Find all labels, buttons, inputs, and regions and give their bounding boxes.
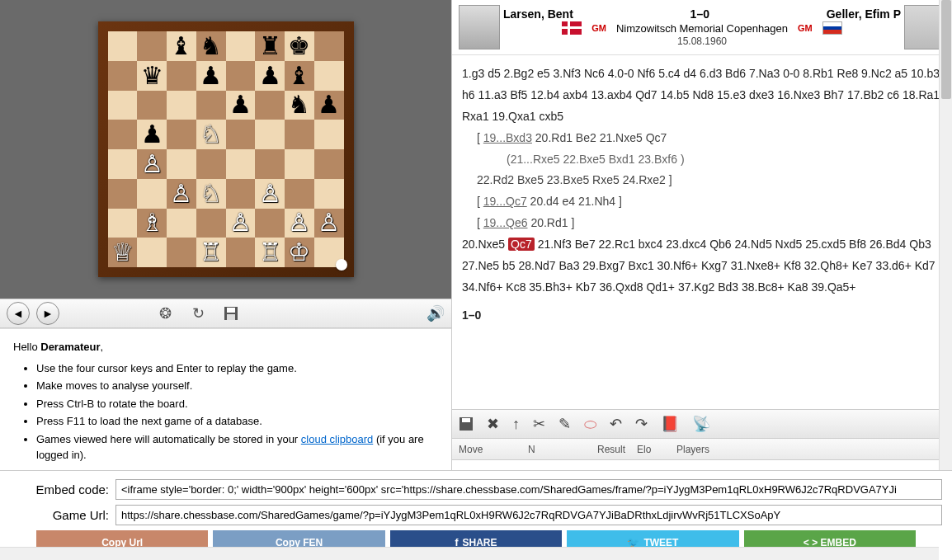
square[interactable]: ♞	[196, 31, 226, 61]
square[interactable]	[285, 149, 314, 179]
square[interactable]	[196, 91, 226, 120]
square[interactable]: ♙	[314, 209, 344, 238]
square[interactable]: ♙	[255, 179, 285, 209]
square[interactable]	[314, 31, 344, 61]
square[interactable]: ♛	[137, 61, 167, 91]
square[interactable]	[137, 179, 167, 209]
square[interactable]: ♙	[137, 149, 167, 179]
square[interactable]: ♙	[285, 209, 314, 238]
nav-forward-button[interactable]: ►	[36, 302, 59, 325]
square[interactable]: ♕	[108, 238, 138, 267]
square[interactable]	[108, 179, 138, 209]
piece-P[interactable]: ♙	[229, 210, 252, 235]
piece-N[interactable]: ♘	[200, 122, 222, 147]
square[interactable]	[314, 120, 344, 149]
square[interactable]	[167, 149, 196, 179]
piece-b[interactable]: ♝	[288, 64, 310, 88]
square[interactable]	[196, 209, 226, 238]
piece-n[interactable]: ♞	[288, 92, 310, 117]
square[interactable]	[108, 91, 138, 120]
square[interactable]: ♝	[285, 61, 314, 91]
toolbar-annotate-icon[interactable]: ✎	[558, 415, 571, 433]
col-result[interactable]: Result	[597, 444, 637, 455]
piece-p[interactable]: ♟	[259, 64, 281, 88]
piece-k[interactable]: ♚	[288, 34, 310, 59]
scrollbar-thumb[interactable]	[941, 0, 951, 99]
square[interactable]	[137, 91, 167, 120]
col-elo[interactable]: Elo	[637, 444, 676, 455]
square[interactable]	[226, 179, 256, 209]
square[interactable]	[314, 149, 344, 179]
square[interactable]: ♜	[255, 31, 285, 61]
piece-b[interactable]: ♝	[170, 34, 192, 59]
square[interactable]: ♘	[196, 179, 226, 209]
square[interactable]: ♞	[285, 91, 314, 120]
square[interactable]: ♗	[137, 209, 167, 238]
col-players[interactable]: Players	[676, 444, 945, 455]
piece-B[interactable]: ♗	[141, 210, 163, 235]
variation-3-start[interactable]: 19...Qe6	[483, 216, 528, 229]
square[interactable]	[226, 149, 256, 179]
piece-R[interactable]: ♖	[200, 240, 222, 265]
square[interactable]: ♟	[137, 120, 167, 149]
square[interactable]	[167, 91, 196, 120]
piece-R[interactable]: ♖	[259, 240, 281, 265]
sub-variation-1[interactable]: (21...Rxe5 22.Bxe5 Bxd1 23.Bxf6 )	[477, 149, 942, 171]
toolbar-book-icon[interactable]: 📕	[661, 415, 679, 433]
square[interactable]	[167, 238, 196, 267]
square[interactable]: ♟	[314, 91, 344, 120]
notation-main-1[interactable]: 1.g3 d5 2.Bg2 e5 3.Nf3 Nc6 4.0-0 Nf6 5.c…	[462, 67, 940, 123]
square[interactable]: ♙	[226, 209, 256, 238]
toolbar-broadcast-icon[interactable]: 📡	[692, 415, 710, 433]
square[interactable]	[226, 31, 256, 61]
piece-p[interactable]: ♟	[229, 92, 252, 117]
piece-K[interactable]: ♔	[288, 240, 310, 265]
square[interactable]	[108, 61, 138, 91]
square[interactable]: ♟	[226, 91, 256, 120]
vertical-scrollbar[interactable]	[939, 0, 952, 470]
col-move[interactable]: Move	[459, 444, 528, 455]
square[interactable]	[108, 31, 138, 61]
square[interactable]: ♘	[196, 120, 226, 149]
square[interactable]	[226, 61, 256, 91]
horizontal-scrollbar[interactable]	[0, 547, 939, 560]
square[interactable]	[314, 61, 344, 91]
board-resize-knob[interactable]	[336, 259, 347, 271]
piece-N[interactable]: ♘	[200, 181, 222, 206]
square[interactable]	[255, 120, 285, 149]
piece-n[interactable]: ♞	[200, 34, 222, 59]
square[interactable]	[167, 120, 196, 149]
square[interactable]: ♚	[285, 31, 314, 61]
square[interactable]	[137, 31, 167, 61]
current-move[interactable]: Qc7	[508, 238, 535, 251]
piece-P[interactable]: ♙	[141, 152, 163, 176]
square[interactable]	[137, 238, 167, 267]
piece-p[interactable]: ♟	[318, 92, 340, 117]
square[interactable]	[285, 179, 314, 209]
variation-1-cont[interactable]: 22.Rd2 Bxe5 23.Bxe5 Rxe5 24.Rxe2 ]	[477, 173, 672, 186]
toolbar-branch-icon[interactable]: ✖	[487, 415, 499, 433]
square[interactable]	[108, 120, 138, 149]
piece-P[interactable]: ♙	[318, 210, 340, 235]
square[interactable]	[167, 61, 196, 91]
piece-r[interactable]: ♜	[259, 34, 281, 59]
toolbar-redo-icon[interactable]: ↷	[635, 415, 648, 433]
square[interactable]	[255, 91, 285, 120]
game-notation[interactable]: 1.g3 d5 2.Bg2 e5 3.Nf3 Nc6 4.0-0 Nf6 5.c…	[452, 55, 952, 409]
variation-3-rest[interactable]: 20.Rd1 ]	[530, 216, 574, 229]
square[interactable]: ♔	[285, 238, 314, 267]
piece-P[interactable]: ♙	[259, 181, 281, 206]
square[interactable]	[226, 238, 256, 267]
square[interactable]	[196, 149, 226, 179]
toolbar-promote-icon[interactable]: ↑	[512, 416, 520, 433]
variation-1-rest[interactable]: 20.Rd1 Be2 21.Nxe5 Qc7	[535, 131, 667, 144]
square[interactable]: ♖	[255, 238, 285, 267]
piece-p[interactable]: ♟	[200, 64, 222, 88]
square[interactable]	[285, 120, 314, 149]
square[interactable]	[167, 209, 196, 238]
toolbar-erase-icon[interactable]: ⬭	[584, 416, 596, 433]
game-url-input[interactable]	[115, 505, 942, 525]
nav-back-button[interactable]: ◄	[7, 302, 30, 325]
square[interactable]	[255, 209, 285, 238]
col-n[interactable]: N	[528, 444, 597, 455]
